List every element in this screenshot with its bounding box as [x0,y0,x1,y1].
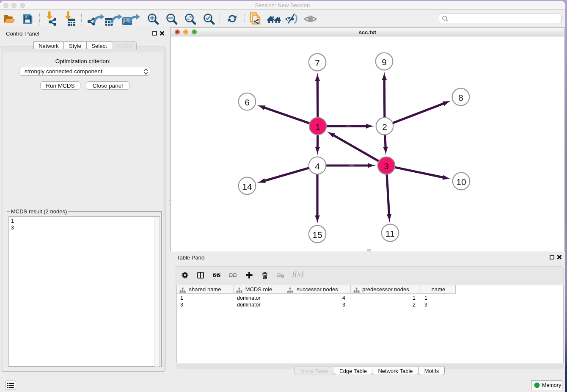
svg-text:15: 15 [312,230,322,240]
svg-text:11: 11 [385,229,395,238]
svg-text:7: 7 [315,58,320,68]
svg-text:2: 2 [382,122,387,132]
svg-text:3: 3 [384,161,389,171]
svg-text:8: 8 [458,93,463,102]
svg-text:9: 9 [382,57,387,67]
svg-text:1: 1 [315,122,320,132]
svg-text:14: 14 [242,182,252,191]
svg-text:4: 4 [315,161,320,171]
svg-text:6: 6 [245,97,250,107]
svg-text:10: 10 [456,177,466,187]
